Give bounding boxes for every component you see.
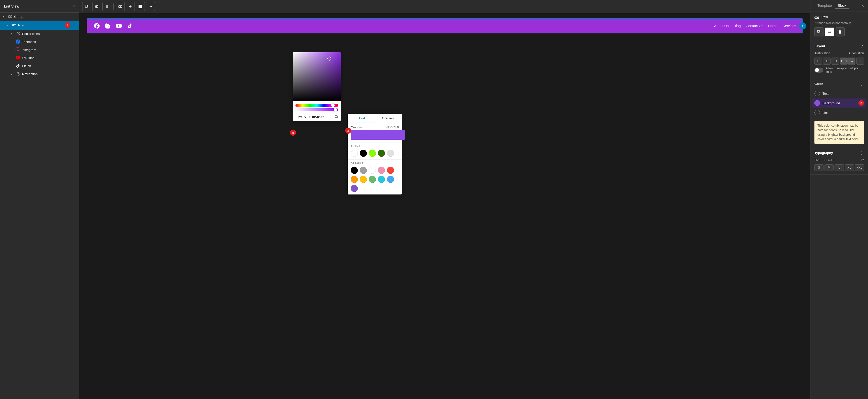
row-badge: 1 bbox=[65, 22, 70, 28]
def-white[interactable] bbox=[369, 167, 376, 174]
nav-about[interactable]: About Us bbox=[714, 24, 729, 28]
justify-center-button[interactable]: ⊣⊢ bbox=[823, 58, 831, 65]
def-gray[interactable] bbox=[360, 167, 367, 174]
tab-template[interactable]: Template bbox=[814, 2, 835, 9]
custom-color-swatch[interactable] bbox=[351, 130, 405, 140]
justify-left-button[interactable]: ⊢ bbox=[814, 58, 822, 65]
tree-item-row[interactable]: ▾ Row 1 ⋮ bbox=[0, 21, 79, 30]
tree-item-facebook[interactable]: Facebook bbox=[0, 38, 79, 46]
def-purple[interactable] bbox=[351, 185, 358, 192]
block-icon-buttons bbox=[814, 27, 864, 36]
theme-color-light-gray[interactable] bbox=[387, 150, 394, 157]
nav-services[interactable]: Services bbox=[782, 24, 796, 28]
facebook-icon bbox=[16, 39, 20, 44]
add-block-inline-button[interactable]: + bbox=[799, 22, 806, 29]
nav-blog[interactable]: Blog bbox=[734, 24, 741, 28]
size-l-button[interactable]: L bbox=[835, 164, 844, 171]
solid-tab[interactable]: Solid bbox=[348, 114, 375, 123]
gradient-tab[interactable]: Gradient bbox=[375, 114, 402, 123]
color-section-header: Color ⋮ bbox=[814, 81, 864, 87]
orient-v-button[interactable]: ↓ bbox=[857, 58, 864, 65]
color-option-text[interactable]: Text bbox=[814, 89, 864, 98]
custom-color-row[interactable]: Custom 8D4CE6 bbox=[348, 123, 402, 130]
justify-buttons: ⊢ ⊣⊢ ⊣ ⊢⊣ bbox=[814, 58, 848, 65]
alpha-thumb[interactable] bbox=[334, 108, 337, 111]
def-red[interactable] bbox=[387, 167, 394, 174]
align-center-button[interactable] bbox=[92, 2, 101, 11]
close-list-view-button[interactable]: × bbox=[72, 3, 75, 9]
tree-item-tiktok[interactable]: TikTok bbox=[0, 62, 79, 70]
tree-item-navigation[interactable]: ▸ Navigation bbox=[0, 70, 79, 78]
def-cyan[interactable] bbox=[378, 176, 385, 183]
navigation-label: Navigation bbox=[22, 72, 76, 76]
block-type-button[interactable] bbox=[136, 2, 145, 11]
svg-rect-19 bbox=[816, 17, 817, 19]
chevron-social-icon: ▾ bbox=[11, 32, 14, 35]
layout-collapse-icon[interactable]: ∧ bbox=[861, 44, 864, 48]
row-more-button[interactable]: ⋮ bbox=[72, 23, 76, 28]
orientation-label: Orientation bbox=[849, 52, 864, 55]
tiktok-icon bbox=[16, 64, 20, 68]
size-xl-button[interactable]: XL bbox=[845, 164, 854, 171]
svg-rect-22 bbox=[817, 30, 819, 32]
size-m-button[interactable]: M bbox=[825, 164, 834, 171]
def-pink[interactable] bbox=[378, 167, 385, 174]
theme-color-white[interactable] bbox=[351, 150, 358, 157]
tree-item-social-icons[interactable]: ▾ Social Icons bbox=[0, 30, 79, 38]
hex-label: Hex RGB HSL bbox=[296, 115, 307, 119]
tree-item-youtube[interactable]: YouTube bbox=[0, 54, 79, 62]
typography-settings-button[interactable]: ⇌ bbox=[861, 158, 864, 162]
tree-item-instagram[interactable]: Instagram bbox=[0, 46, 79, 54]
justification-label: Justification bbox=[814, 52, 830, 55]
copy-icon[interactable] bbox=[334, 115, 338, 120]
tiktok-label: TikTok bbox=[22, 64, 76, 68]
drag-button[interactable]: ⠿ bbox=[102, 2, 112, 11]
svg-rect-10 bbox=[96, 5, 97, 7]
wrap-toggle[interactable] bbox=[814, 68, 823, 73]
def-blue[interactable] bbox=[387, 176, 394, 183]
block-desc: Arrange blocks horizontally. bbox=[814, 21, 864, 25]
alpha-slider[interactable] bbox=[296, 108, 338, 111]
block-row-button[interactable] bbox=[825, 27, 834, 36]
block-copy-button[interactable] bbox=[814, 27, 824, 36]
nav-contact[interactable]: Contact Us bbox=[746, 24, 763, 28]
align-left-button[interactable] bbox=[116, 2, 125, 11]
hue-slider[interactable] bbox=[296, 104, 338, 107]
def-yellow[interactable] bbox=[360, 176, 367, 183]
svg-rect-20 bbox=[817, 17, 819, 19]
theme-color-dark-green[interactable] bbox=[378, 150, 385, 157]
def-orange[interactable] bbox=[351, 176, 358, 183]
theme-color-black[interactable] bbox=[360, 150, 367, 157]
orient-h-button[interactable]: → bbox=[848, 58, 856, 65]
close-right-panel-button[interactable]: × bbox=[861, 3, 864, 8]
size-buttons: S M L XL XXL bbox=[814, 164, 864, 171]
color-gradient-thumb[interactable] bbox=[328, 57, 332, 61]
theme-color-green[interactable] bbox=[369, 150, 376, 157]
nav-home[interactable]: Home bbox=[768, 24, 777, 28]
hue-thumb[interactable] bbox=[331, 103, 335, 107]
color-section: Color ⋮ Text Background 2 Link bbox=[810, 77, 868, 121]
color-option-link[interactable]: Link bbox=[814, 108, 864, 117]
def-black[interactable] bbox=[351, 167, 358, 174]
svg-rect-24 bbox=[829, 31, 830, 33]
duplicate-button[interactable] bbox=[82, 2, 91, 11]
more-options-button[interactable]: ⋯ bbox=[146, 2, 155, 11]
tree-item-group[interactable]: ▾ Group bbox=[0, 12, 79, 21]
justify-right-button[interactable]: ⊣ bbox=[832, 58, 839, 65]
typography-more-button[interactable]: ⋮ bbox=[860, 150, 864, 156]
tt-header-icon bbox=[126, 22, 133, 29]
block-info-section: Row Arrange blocks horizontally. bbox=[810, 12, 868, 40]
size-s-button[interactable]: S bbox=[814, 164, 824, 171]
tab-block[interactable]: Block bbox=[835, 2, 849, 9]
size-xxl-button[interactable]: XXL bbox=[855, 164, 864, 171]
justify-stretch-button[interactable]: ⊢⊣ bbox=[840, 58, 848, 65]
add-block-button[interactable]: + bbox=[126, 2, 135, 11]
color-more-button[interactable]: ⋮ bbox=[860, 81, 864, 87]
block-col-button[interactable] bbox=[836, 27, 845, 36]
hex-mode-select[interactable]: Hex RGB HSL bbox=[296, 115, 307, 119]
svg-rect-9 bbox=[85, 5, 88, 7]
right-panel-tabs: Template Block bbox=[814, 2, 849, 9]
color-option-background[interactable]: Background 2 bbox=[812, 99, 866, 107]
def-teal[interactable] bbox=[369, 176, 376, 183]
color-gradient-area[interactable] bbox=[293, 52, 341, 101]
